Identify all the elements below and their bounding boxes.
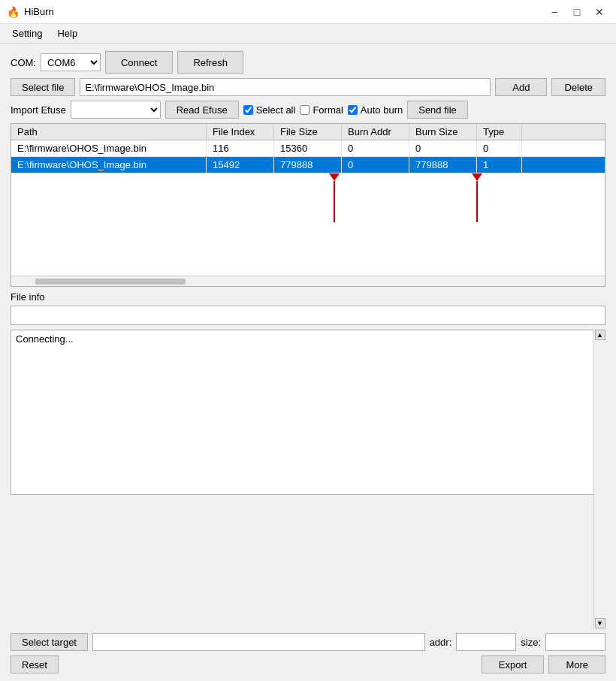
connect-button[interactable]: Connect	[105, 51, 173, 74]
scroll-up-button[interactable]: ▲	[595, 330, 605, 340]
cell-type-0: 0	[477, 140, 522, 156]
maximize-button[interactable]: □	[566, 4, 587, 20]
cell-fileindex-1: 15492	[207, 157, 274, 173]
addr-input[interactable]	[456, 633, 516, 651]
efuse-row: Import Efuse Read Efuse Select all Forma…	[11, 101, 605, 119]
log-section: Connecting... ▲ ▼	[11, 330, 605, 628]
auto-burn-checkbox[interactable]	[348, 105, 358, 115]
import-efuse-label: Import Efuse	[11, 104, 66, 116]
delete-button[interactable]: Delete	[551, 78, 605, 96]
select-file-button[interactable]: Select file	[11, 78, 75, 96]
send-file-button[interactable]: Send file	[407, 101, 468, 119]
menu-help[interactable]: Help	[50, 26, 85, 41]
table-row[interactable]: E:\firmware\OHOS_Image.bin 15492 779888 …	[11, 157, 605, 173]
cell-burnsize-1: 779888	[409, 157, 477, 173]
table-header: Path File Index File Size Burn Addr Burn…	[11, 124, 605, 140]
file-info-section: File info	[11, 291, 605, 325]
title-bar: 🔥 HiBurn − □ ✕	[0, 0, 616, 24]
size-label: size:	[521, 637, 541, 648]
col-header-burnsize: Burn Size	[409, 124, 477, 140]
minimize-button[interactable]: −	[544, 4, 565, 20]
col-header-filesize: File Size	[274, 124, 342, 140]
arrow-area	[11, 173, 605, 241]
file-info-box	[11, 306, 605, 325]
close-button[interactable]: ✕	[589, 4, 610, 20]
formal-checkbox[interactable]	[300, 105, 310, 115]
target-input[interactable]	[92, 633, 425, 651]
scroll-down-button[interactable]: ▼	[595, 618, 605, 628]
refresh-button[interactable]: Refresh	[177, 51, 243, 74]
export-button[interactable]: Export	[482, 655, 545, 673]
select-all-checkbox-row: Select all	[243, 104, 296, 116]
cell-burnaddr-0: 0	[342, 140, 409, 156]
add-button[interactable]: Add	[495, 78, 547, 96]
auto-burn-checkbox-row: Auto burn	[348, 104, 403, 116]
main-content: COM: COM6 Connect Refresh Select file Ad…	[0, 44, 616, 681]
log-content: Connecting...	[16, 333, 74, 345]
col-header-burnaddr: Burn Addr	[342, 124, 409, 140]
cell-filesize-0: 15360	[274, 140, 342, 156]
col-header-fileindex: File Index	[207, 124, 274, 140]
app-title: HiBurn	[24, 6, 544, 17]
select-all-label: Select all	[256, 104, 296, 116]
cell-burnsize-0: 0	[409, 140, 477, 156]
file-row: Select file Add Delete	[11, 78, 605, 96]
menu-bar: Setting Help	[0, 24, 616, 44]
app-logo: 🔥	[6, 5, 20, 19]
more-button[interactable]: More	[548, 655, 605, 673]
cell-type-1: 1	[477, 157, 522, 173]
arrow-burnsize	[472, 173, 482, 222]
cell-path-0: E:\firmware\OHOS_Image.bin	[11, 140, 207, 156]
file-table: Path File Index File Size Burn Addr Burn…	[11, 123, 605, 287]
read-efuse-button[interactable]: Read Efuse	[165, 101, 239, 119]
select-all-checkbox[interactable]	[243, 105, 253, 115]
auto-burn-label: Auto burn	[361, 104, 403, 116]
col-header-path: Path	[11, 124, 207, 140]
com-select[interactable]: COM6	[41, 53, 101, 71]
menu-setting[interactable]: Setting	[5, 26, 50, 41]
size-input[interactable]	[545, 633, 605, 651]
bottom-bar-row2: Reset Export More	[11, 655, 605, 673]
arrow-filesize	[329, 173, 340, 222]
cell-fileindex-0: 116	[207, 140, 274, 156]
col-header-type: Type	[477, 124, 522, 140]
select-target-button[interactable]: Select target	[11, 633, 88, 651]
file-info-label: File info	[11, 291, 45, 303]
table-body: E:\firmware\OHOS_Image.bin 116 15360 0 0…	[11, 140, 605, 276]
log-area: Connecting...	[11, 330, 605, 495]
formal-checkbox-row: Formal	[300, 104, 343, 116]
cell-burnaddr-1: 0	[342, 157, 409, 173]
table-row[interactable]: E:\firmware\OHOS_Image.bin 116 15360 0 0…	[11, 140, 605, 157]
com-row: COM: COM6 Connect Refresh	[11, 51, 605, 74]
file-path-input[interactable]	[80, 78, 491, 96]
com-label: COM:	[11, 57, 36, 68]
window-controls: − □ ✕	[544, 4, 610, 20]
formal-label: Formal	[313, 104, 343, 116]
addr-label: addr:	[430, 637, 452, 648]
bottom-bar-row1: Select target addr: size:	[11, 633, 605, 651]
efuse-select[interactable]	[71, 101, 161, 119]
cell-path-1: E:\firmware\OHOS_Image.bin	[11, 157, 207, 173]
reset-button[interactable]: Reset	[11, 655, 59, 673]
log-scrollbar[interactable]: ▲ ▼	[593, 330, 605, 628]
cell-filesize-1: 779888	[274, 157, 342, 173]
